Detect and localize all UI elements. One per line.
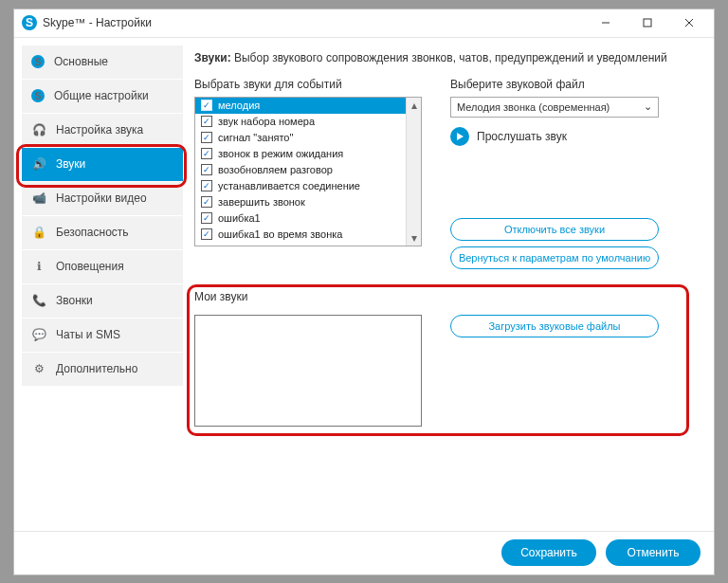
checkbox-icon[interactable]: ✓: [201, 180, 212, 191]
gear-icon: ⚙: [31, 362, 46, 375]
chevron-down-icon: ⌄: [644, 100, 652, 113]
list-item[interactable]: ✓ ошибка1 во время звонка: [195, 227, 421, 243]
sidebar-item-audio-settings[interactable]: 🎧 Настройка звука: [22, 114, 183, 148]
svg-rect-1: [644, 19, 651, 27]
dialog-footer: Сохранить Отменить: [14, 531, 714, 574]
sidebar-item-label: Звуки: [56, 157, 85, 171]
sidebar-item-label: Дополнительно: [56, 362, 137, 375]
content-pane: Звуки: Выбор звукового сопровождения зво…: [194, 46, 706, 523]
my-sounds-section: Мои звуки Загрузить звуковые файлы: [194, 290, 706, 427]
save-button[interactable]: Сохранить: [501, 539, 596, 566]
cancel-button[interactable]: Отменить: [606, 539, 701, 566]
list-item[interactable]: ✓ ошибка1: [195, 210, 421, 227]
list-item[interactable]: ✓ сигнал "занято": [195, 130, 421, 146]
checkbox-icon[interactable]: ✓: [201, 228, 212, 240]
scrollbar[interactable]: ▴ ▾: [406, 98, 421, 246]
list-item[interactable]: ✓ мелодия: [195, 98, 421, 114]
sidebar-item-label: Настройка звука: [56, 123, 143, 137]
scroll-up-icon[interactable]: ▴: [407, 98, 421, 113]
sidebar-item-label: Общие настройки: [54, 89, 149, 102]
video-icon: 📹: [31, 191, 46, 205]
sidebar-item-calls[interactable]: 📞 Звонки: [22, 284, 183, 319]
events-listbox[interactable]: ✓ мелодия ✓ звук набора номера ✓ сигнал …: [194, 97, 422, 246]
sidebar-item-label: Чаты и SMS: [56, 328, 120, 341]
sidebar-item-label: Звонки: [56, 294, 93, 307]
titlebar: S Skype™ - Настройки: [14, 9, 714, 38]
phone-icon: 📞: [31, 294, 46, 307]
list-item[interactable]: ✓ звук набора номера: [195, 114, 421, 130]
chat-icon: 💬: [31, 328, 46, 341]
sidebar-item-label: Оповещения: [56, 260, 124, 273]
sidebar-item-general[interactable]: S Основные: [22, 46, 183, 80]
page-title: Звуки: Выбор звукового сопровождения зво…: [194, 46, 706, 78]
sidebar: S Основные S Общие настройки 🎧 Настройка…: [22, 46, 183, 523]
sidebar-item-notifications[interactable]: ℹ Оповещения: [22, 250, 183, 284]
list-item[interactable]: ✓ устанавливается соединение: [195, 178, 421, 194]
play-icon: [455, 132, 464, 141]
my-sounds-label: Мои звуки: [194, 290, 706, 309]
my-sounds-listbox[interactable]: [194, 315, 422, 427]
skype-icon: S: [31, 55, 45, 68]
checkbox-icon[interactable]: ✓: [201, 164, 212, 175]
headphones-icon: 🎧: [31, 123, 46, 137]
sidebar-item-label: Основные: [54, 55, 108, 68]
skype-logo-icon: S: [22, 15, 37, 30]
checkbox-icon[interactable]: ✓: [201, 132, 212, 143]
info-icon: ℹ: [31, 260, 46, 273]
sidebar-item-sounds[interactable]: 🔊 Звуки: [22, 148, 183, 182]
checkbox-icon[interactable]: ✓: [201, 196, 212, 208]
minimize-button[interactable]: [585, 9, 627, 36]
skype-icon: S: [31, 89, 45, 102]
play-label: Прослушать звук: [477, 130, 567, 143]
checkbox-icon[interactable]: ✓: [201, 148, 212, 159]
sidebar-item-label: Настройки видео: [56, 191, 147, 205]
upload-sounds-button[interactable]: Загрузить звуковые файлы: [450, 315, 659, 337]
sidebar-item-video[interactable]: 📹 Настройки видео: [22, 182, 183, 216]
checkbox-icon[interactable]: ✓: [201, 100, 212, 111]
scroll-down-icon[interactable]: ▾: [407, 230, 421, 246]
sidebar-item-chats-sms[interactable]: 💬 Чаты и SMS: [22, 319, 183, 353]
events-label: Выбрать звуки для событий: [194, 78, 422, 97]
sidebar-item-security[interactable]: 🔒 Безопасность: [22, 216, 183, 250]
sound-file-select[interactable]: Мелодия звонка (современная) ⌄: [450, 97, 659, 118]
file-label: Выберите звуковой файл: [450, 78, 706, 97]
reset-defaults-button[interactable]: Вернуться к параметрам по умолчанию: [450, 246, 659, 269]
sidebar-item-label: Безопасность: [56, 226, 129, 239]
svg-marker-4: [457, 133, 464, 140]
list-item[interactable]: ✓ звонок в режим ожидания: [195, 146, 421, 162]
list-item[interactable]: ✓ завершить звонок: [195, 194, 421, 210]
disable-all-sounds-button[interactable]: Отключить все звуки: [450, 218, 659, 241]
sidebar-item-advanced[interactable]: ⚙ Дополнительно: [22, 353, 183, 387]
checkbox-icon[interactable]: ✓: [201, 212, 212, 224]
settings-window: S Skype™ - Настройки S Основные S Общие …: [13, 9, 715, 575]
checkbox-icon[interactable]: ✓: [201, 116, 212, 127]
maximize-button[interactable]: [627, 9, 668, 36]
play-button[interactable]: [450, 127, 469, 146]
list-item[interactable]: ✓ возобновляем разговор: [195, 162, 421, 178]
lock-icon: 🔒: [31, 226, 46, 239]
sidebar-item-common-settings[interactable]: S Общие настройки: [22, 80, 183, 114]
close-button[interactable]: [668, 9, 710, 36]
window-title: Skype™ - Настройки: [43, 16, 152, 29]
speaker-icon: 🔊: [31, 157, 46, 171]
